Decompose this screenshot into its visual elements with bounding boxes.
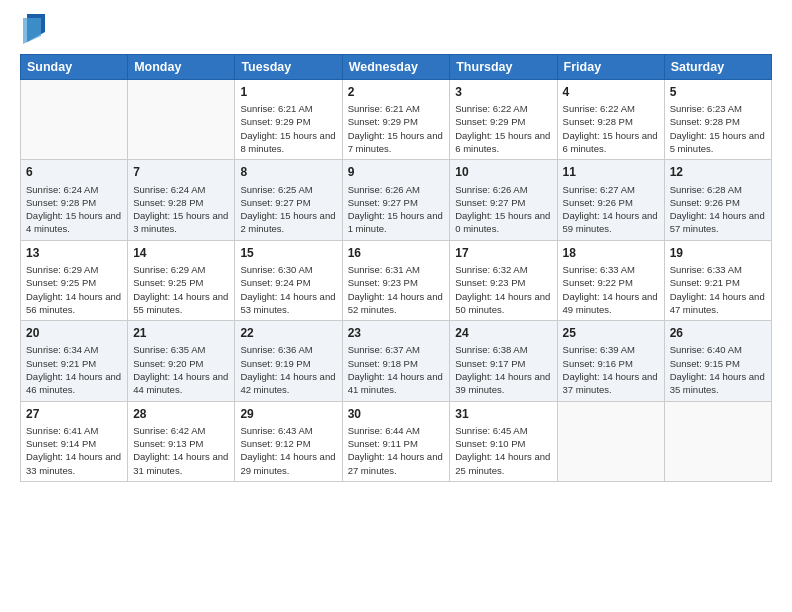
day-number: 15 (240, 245, 336, 261)
logo (20, 18, 45, 44)
day-number: 27 (26, 406, 122, 422)
header-row: Sunday Monday Tuesday Wednesday Thursday… (21, 55, 772, 80)
day-number: 18 (563, 245, 659, 261)
day-number: 20 (26, 325, 122, 341)
day-number: 26 (670, 325, 766, 341)
day-number: 2 (348, 84, 445, 100)
day-info: Sunrise: 6:39 AM Sunset: 9:16 PM Dayligh… (563, 343, 659, 396)
day-info: Sunrise: 6:33 AM Sunset: 9:21 PM Dayligh… (670, 263, 766, 316)
day-number: 1 (240, 84, 336, 100)
col-thursday: Thursday (450, 55, 557, 80)
cell-day: 7Sunrise: 6:24 AM Sunset: 9:28 PM Daylig… (128, 160, 235, 240)
day-number: 7 (133, 164, 229, 180)
cell-day: 26Sunrise: 6:40 AM Sunset: 9:15 PM Dayli… (664, 321, 771, 401)
day-number: 17 (455, 245, 551, 261)
day-number: 28 (133, 406, 229, 422)
day-number: 25 (563, 325, 659, 341)
cell-day: 11Sunrise: 6:27 AM Sunset: 9:26 PM Dayli… (557, 160, 664, 240)
calendar-table: Sunday Monday Tuesday Wednesday Thursday… (20, 54, 772, 482)
cell-day: 21Sunrise: 6:35 AM Sunset: 9:20 PM Dayli… (128, 321, 235, 401)
cell-day: 18Sunrise: 6:33 AM Sunset: 9:22 PM Dayli… (557, 240, 664, 320)
day-info: Sunrise: 6:41 AM Sunset: 9:14 PM Dayligh… (26, 424, 122, 477)
cell-day: 28Sunrise: 6:42 AM Sunset: 9:13 PM Dayli… (128, 401, 235, 481)
cell-day: 22Sunrise: 6:36 AM Sunset: 9:19 PM Dayli… (235, 321, 342, 401)
day-number: 9 (348, 164, 445, 180)
day-info: Sunrise: 6:26 AM Sunset: 9:27 PM Dayligh… (455, 183, 551, 236)
day-info: Sunrise: 6:24 AM Sunset: 9:28 PM Dayligh… (26, 183, 122, 236)
day-number: 30 (348, 406, 445, 422)
cell-day: 3Sunrise: 6:22 AM Sunset: 9:29 PM Daylig… (450, 80, 557, 160)
cell-day: 30Sunrise: 6:44 AM Sunset: 9:11 PM Dayli… (342, 401, 450, 481)
day-number: 11 (563, 164, 659, 180)
cell-day: 27Sunrise: 6:41 AM Sunset: 9:14 PM Dayli… (21, 401, 128, 481)
day-number: 23 (348, 325, 445, 341)
day-info: Sunrise: 6:22 AM Sunset: 9:29 PM Dayligh… (455, 102, 551, 155)
day-number: 29 (240, 406, 336, 422)
cell-day: 5Sunrise: 6:23 AM Sunset: 9:28 PM Daylig… (664, 80, 771, 160)
day-number: 16 (348, 245, 445, 261)
day-info: Sunrise: 6:26 AM Sunset: 9:27 PM Dayligh… (348, 183, 445, 236)
day-info: Sunrise: 6:42 AM Sunset: 9:13 PM Dayligh… (133, 424, 229, 477)
header (20, 18, 772, 44)
cell-day: 17Sunrise: 6:32 AM Sunset: 9:23 PM Dayli… (450, 240, 557, 320)
day-number: 22 (240, 325, 336, 341)
day-info: Sunrise: 6:27 AM Sunset: 9:26 PM Dayligh… (563, 183, 659, 236)
col-tuesday: Tuesday (235, 55, 342, 80)
col-sunday: Sunday (21, 55, 128, 80)
cell-day: 29Sunrise: 6:43 AM Sunset: 9:12 PM Dayli… (235, 401, 342, 481)
day-number: 19 (670, 245, 766, 261)
day-info: Sunrise: 6:32 AM Sunset: 9:23 PM Dayligh… (455, 263, 551, 316)
day-info: Sunrise: 6:36 AM Sunset: 9:19 PM Dayligh… (240, 343, 336, 396)
svg-marker-1 (23, 18, 41, 44)
day-info: Sunrise: 6:22 AM Sunset: 9:28 PM Dayligh… (563, 102, 659, 155)
day-info: Sunrise: 6:44 AM Sunset: 9:11 PM Dayligh… (348, 424, 445, 477)
cell-day: 15Sunrise: 6:30 AM Sunset: 9:24 PM Dayli… (235, 240, 342, 320)
day-number: 14 (133, 245, 229, 261)
day-info: Sunrise: 6:34 AM Sunset: 9:21 PM Dayligh… (26, 343, 122, 396)
cell-day: 2Sunrise: 6:21 AM Sunset: 9:29 PM Daylig… (342, 80, 450, 160)
day-info: Sunrise: 6:40 AM Sunset: 9:15 PM Dayligh… (670, 343, 766, 396)
cell-day: 19Sunrise: 6:33 AM Sunset: 9:21 PM Dayli… (664, 240, 771, 320)
cell-day: 14Sunrise: 6:29 AM Sunset: 9:25 PM Dayli… (128, 240, 235, 320)
cell-day: 4Sunrise: 6:22 AM Sunset: 9:28 PM Daylig… (557, 80, 664, 160)
cell-day: 12Sunrise: 6:28 AM Sunset: 9:26 PM Dayli… (664, 160, 771, 240)
cell-day (128, 80, 235, 160)
cell-day: 6Sunrise: 6:24 AM Sunset: 9:28 PM Daylig… (21, 160, 128, 240)
day-number: 3 (455, 84, 551, 100)
day-info: Sunrise: 6:21 AM Sunset: 9:29 PM Dayligh… (240, 102, 336, 155)
cell-day: 1Sunrise: 6:21 AM Sunset: 9:29 PM Daylig… (235, 80, 342, 160)
cell-day: 31Sunrise: 6:45 AM Sunset: 9:10 PM Dayli… (450, 401, 557, 481)
day-number: 8 (240, 164, 336, 180)
col-friday: Friday (557, 55, 664, 80)
cell-day: 16Sunrise: 6:31 AM Sunset: 9:23 PM Dayli… (342, 240, 450, 320)
day-info: Sunrise: 6:45 AM Sunset: 9:10 PM Dayligh… (455, 424, 551, 477)
day-info: Sunrise: 6:37 AM Sunset: 9:18 PM Dayligh… (348, 343, 445, 396)
day-number: 13 (26, 245, 122, 261)
col-monday: Monday (128, 55, 235, 80)
cell-day: 9Sunrise: 6:26 AM Sunset: 9:27 PM Daylig… (342, 160, 450, 240)
week-row-1: 1Sunrise: 6:21 AM Sunset: 9:29 PM Daylig… (21, 80, 772, 160)
day-number: 5 (670, 84, 766, 100)
day-info: Sunrise: 6:43 AM Sunset: 9:12 PM Dayligh… (240, 424, 336, 477)
cell-day: 25Sunrise: 6:39 AM Sunset: 9:16 PM Dayli… (557, 321, 664, 401)
day-info: Sunrise: 6:30 AM Sunset: 9:24 PM Dayligh… (240, 263, 336, 316)
day-number: 4 (563, 84, 659, 100)
day-info: Sunrise: 6:24 AM Sunset: 9:28 PM Dayligh… (133, 183, 229, 236)
cell-day (21, 80, 128, 160)
day-number: 31 (455, 406, 551, 422)
cell-day: 8Sunrise: 6:25 AM Sunset: 9:27 PM Daylig… (235, 160, 342, 240)
day-info: Sunrise: 6:21 AM Sunset: 9:29 PM Dayligh… (348, 102, 445, 155)
day-info: Sunrise: 6:23 AM Sunset: 9:28 PM Dayligh… (670, 102, 766, 155)
week-row-2: 6Sunrise: 6:24 AM Sunset: 9:28 PM Daylig… (21, 160, 772, 240)
week-row-4: 20Sunrise: 6:34 AM Sunset: 9:21 PM Dayli… (21, 321, 772, 401)
day-info: Sunrise: 6:35 AM Sunset: 9:20 PM Dayligh… (133, 343, 229, 396)
day-info: Sunrise: 6:33 AM Sunset: 9:22 PM Dayligh… (563, 263, 659, 316)
cell-day (664, 401, 771, 481)
day-number: 6 (26, 164, 122, 180)
day-info: Sunrise: 6:38 AM Sunset: 9:17 PM Dayligh… (455, 343, 551, 396)
day-info: Sunrise: 6:29 AM Sunset: 9:25 PM Dayligh… (26, 263, 122, 316)
day-number: 12 (670, 164, 766, 180)
col-saturday: Saturday (664, 55, 771, 80)
calendar-body: 1Sunrise: 6:21 AM Sunset: 9:29 PM Daylig… (21, 80, 772, 482)
cell-day: 13Sunrise: 6:29 AM Sunset: 9:25 PM Dayli… (21, 240, 128, 320)
